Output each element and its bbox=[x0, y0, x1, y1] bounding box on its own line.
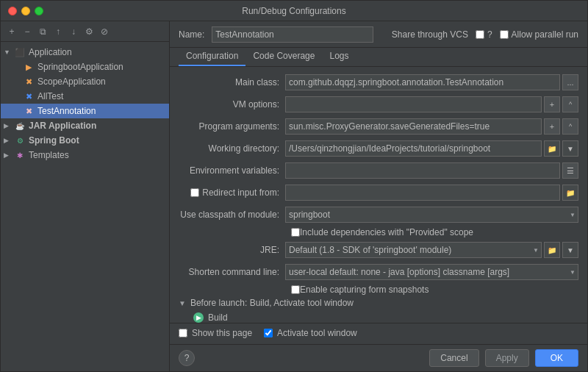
minimize-button[interactable] bbox=[21, 7, 30, 15]
jre-browse-button[interactable]: 📁 bbox=[544, 242, 560, 258]
all-test-icon: ✖ bbox=[23, 90, 35, 102]
redirect-label: Redirect input from: bbox=[199, 187, 279, 198]
apply-button[interactable]: Apply bbox=[485, 349, 529, 367]
share-through-vcs-checkbox[interactable] bbox=[476, 30, 484, 39]
vm-options-label: VM options: bbox=[179, 99, 285, 110]
filter-button[interactable]: ⊘ bbox=[98, 25, 111, 38]
cancel-button[interactable]: Cancel bbox=[429, 349, 478, 367]
right-panel: Name: Share through VCS ? Allow parallel… bbox=[170, 21, 587, 371]
working-dir-label: Working directory: bbox=[179, 143, 285, 154]
env-vars-input[interactable] bbox=[285, 162, 560, 179]
sidebar-tree: ▼ ⬛ Application ▶ SpringbootApplication … bbox=[1, 42, 169, 371]
env-vars-label: Environment variables: bbox=[179, 165, 285, 176]
sidebar-item-jar-application[interactable]: ▶ ☕ JAR Application bbox=[1, 118, 169, 133]
sidebar-item-test-annotation[interactable]: ✖ TestAnnotation bbox=[1, 104, 169, 118]
remove-config-button[interactable]: − bbox=[21, 25, 34, 38]
tab-logs[interactable]: Logs bbox=[322, 47, 356, 66]
program-args-expand-button[interactable]: + bbox=[544, 118, 560, 135]
close-button[interactable] bbox=[8, 7, 17, 15]
sidebar-item-templates[interactable]: ▶ ✱ Templates bbox=[1, 148, 169, 162]
vm-options-expand-button[interactable]: + bbox=[544, 96, 560, 112]
sidebar-item-springboot-app[interactable]: ▶ SpringbootApplication bbox=[1, 60, 169, 74]
working-dir-var-button[interactable]: ▼ bbox=[562, 140, 578, 157]
share-checkbox-group: ? bbox=[476, 29, 492, 40]
redirect-browse-button[interactable]: 📁 bbox=[562, 185, 578, 201]
sidebar-item-all-test[interactable]: ✖ AllTest bbox=[1, 89, 169, 104]
show-row: Show this page Activate tool window bbox=[179, 328, 578, 338]
sidebar-toolbar: + − ⧉ ↑ ↓ ⚙ ⊘ bbox=[1, 21, 169, 42]
include-deps-label: Include dependencies with "Provided" sco… bbox=[300, 227, 473, 237]
activate-window-checkbox[interactable] bbox=[264, 329, 273, 337]
show-page-checkbox[interactable] bbox=[179, 329, 187, 337]
shorten-cmd-select[interactable]: user-local default: none - java [options… bbox=[285, 264, 578, 280]
help-area: ? bbox=[179, 350, 195, 366]
name-input[interactable] bbox=[212, 26, 373, 43]
ok-button[interactable]: OK bbox=[535, 349, 578, 367]
config-panel: Main class: ... VM options: + ^ bbox=[170, 67, 587, 323]
include-deps-checkbox[interactable] bbox=[291, 228, 300, 237]
main-class-input-group: ... bbox=[285, 74, 578, 90]
env-vars-row: Environment variables: ☰ bbox=[179, 161, 578, 180]
enable-capturing-checkbox[interactable] bbox=[291, 285, 300, 294]
program-args-collapse-button[interactable]: ^ bbox=[562, 118, 578, 135]
redirect-input[interactable] bbox=[285, 185, 560, 201]
main-class-input[interactable] bbox=[285, 74, 560, 90]
sort-button[interactable]: ⚙ bbox=[82, 25, 96, 38]
program-args-input[interactable] bbox=[285, 118, 542, 135]
vm-options-input[interactable] bbox=[285, 96, 542, 112]
program-args-row: Program arguments: + ^ bbox=[179, 117, 578, 136]
help-button[interactable]: ? bbox=[179, 350, 195, 366]
window-title: Run/Debug Configurations bbox=[242, 6, 345, 16]
sidebar-item-spring-boot[interactable]: ▶ ⚙ Spring Boot bbox=[1, 133, 169, 148]
main-window: Run/Debug Configurations + − ⧉ ↑ ↓ ⚙ ⊘ ▼… bbox=[0, 0, 588, 372]
tab-configuration[interactable]: Configuration bbox=[179, 47, 245, 66]
include-deps-row: Include dependencies with "Provided" sco… bbox=[179, 227, 578, 237]
working-dir-row: Working directory: 📁 ▼ bbox=[179, 139, 578, 158]
env-vars-edit-button[interactable]: ☰ bbox=[562, 162, 578, 179]
sidebar-item-scope-app[interactable]: ✖ ScopeApplication bbox=[1, 74, 169, 89]
enable-capturing-label: Enable capturing form snapshots bbox=[300, 285, 429, 295]
shorten-cmd-row: Shorten command line: user-local default… bbox=[179, 262, 578, 282]
move-up-button[interactable]: ↑ bbox=[51, 25, 65, 38]
working-dir-browse-button[interactable]: 📁 bbox=[544, 140, 560, 157]
sidebar-item-label: SpringbootApplication bbox=[37, 62, 123, 72]
classpath-input-group: springboot bbox=[285, 207, 578, 223]
jre-label: JRE: bbox=[179, 245, 285, 255]
main-class-label: Main class: bbox=[179, 77, 285, 87]
sidebar-item-label: Templates bbox=[29, 150, 69, 160]
program-args-input-group: + ^ bbox=[285, 118, 578, 135]
sidebar-item-label: TestAnnotation bbox=[37, 106, 96, 116]
program-args-label: Program arguments: bbox=[179, 121, 285, 132]
expand-arrow: ▶ bbox=[4, 151, 14, 159]
jre-select[interactable]: Default (1.8 - SDK of 'springboot' modul… bbox=[285, 242, 542, 258]
classpath-select[interactable]: springboot bbox=[285, 207, 578, 223]
dialog-buttons: ? Cancel Apply OK bbox=[170, 344, 587, 371]
move-down-button[interactable]: ↓ bbox=[67, 25, 80, 38]
activate-window-label: Activate tool window bbox=[277, 328, 357, 338]
shorten-cmd-label: Shorten command line: bbox=[179, 267, 285, 277]
tab-code-coverage[interactable]: Code Coverage bbox=[245, 47, 322, 66]
copy-config-button[interactable]: ⧉ bbox=[36, 25, 49, 38]
build-icon: ▶ bbox=[193, 312, 204, 323]
sidebar-item-application[interactable]: ▼ ⬛ Application bbox=[1, 45, 169, 60]
jre-var-button[interactable]: ▼ bbox=[562, 242, 578, 258]
sidebar-item-label: Application bbox=[29, 47, 72, 57]
before-launch-collapse[interactable]: ▼ bbox=[179, 299, 186, 307]
config-header: Name: Share through VCS ? Allow parallel… bbox=[170, 21, 587, 48]
vm-options-collapse-button[interactable]: ^ bbox=[562, 96, 578, 112]
add-config-button[interactable]: + bbox=[5, 25, 18, 38]
before-launch-section: ▼ Before launch: Build, Activate tool wi… bbox=[179, 298, 578, 323]
sidebar: + − ⧉ ↑ ↓ ⚙ ⊘ ▼ ⬛ Application ▶ Springbo… bbox=[1, 21, 170, 371]
tabs-bar: Configuration Code Coverage Logs bbox=[170, 48, 587, 67]
main-content: + − ⧉ ↑ ↓ ⚙ ⊘ ▼ ⬛ Application ▶ Springbo… bbox=[1, 21, 587, 371]
spring-icon: ⚙ bbox=[14, 135, 26, 146]
working-dir-input[interactable] bbox=[285, 140, 542, 157]
redirect-checkbox[interactable] bbox=[190, 188, 199, 197]
allow-parallel-checkbox[interactable] bbox=[500, 30, 509, 39]
test-annotation-icon: ✖ bbox=[23, 105, 35, 117]
vm-options-row: VM options: + ^ bbox=[179, 95, 578, 114]
main-class-browse-button[interactable]: ... bbox=[562, 74, 578, 90]
before-launch-label: Before launch: Build, Activate tool wind… bbox=[190, 298, 354, 308]
maximize-button[interactable] bbox=[35, 7, 43, 15]
jre-row: JRE: Default (1.8 - SDK of 'springboot' … bbox=[179, 240, 578, 260]
